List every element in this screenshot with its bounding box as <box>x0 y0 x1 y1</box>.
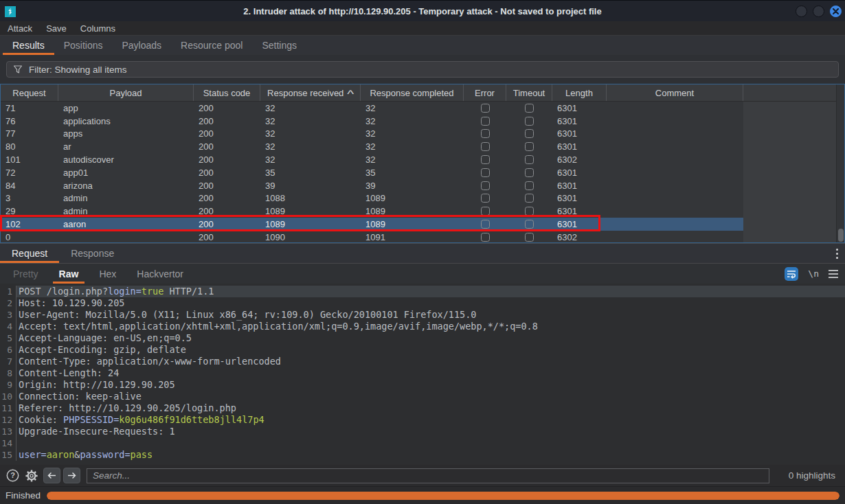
cell-comment <box>607 102 743 115</box>
cell-timeout <box>506 166 552 179</box>
column-header-comment[interactable]: Comment <box>607 84 743 101</box>
error-checkbox[interactable] <box>481 194 490 203</box>
error-checkbox[interactable] <box>481 220 490 229</box>
table-row-request-71[interactable]: 71app20032326301 <box>1 102 836 115</box>
help-icon[interactable]: ? <box>6 469 19 482</box>
column-header-length[interactable]: Length <box>552 84 607 101</box>
editor-hamburger-menu[interactable] <box>829 270 838 278</box>
cell-payload: admin <box>58 205 194 218</box>
timeout-checkbox[interactable] <box>525 233 534 242</box>
cell-error <box>464 166 506 179</box>
code-segment: HTTP/1.1 <box>164 286 214 297</box>
menu-attack[interactable]: Attack <box>8 23 32 34</box>
minimize-button[interactable] <box>796 5 807 17</box>
line-number: 12 <box>0 414 16 426</box>
arrow-left-icon <box>47 472 56 479</box>
column-header-request[interactable]: Request <box>1 84 58 101</box>
cell-payload: arizona <box>58 179 194 192</box>
subtab-hex[interactable]: Hex <box>89 264 126 284</box>
timeout-checkbox[interactable] <box>525 129 534 138</box>
line-content: POST /login.php?login=true HTTP/1.1 <box>16 286 214 297</box>
maximize-button[interactable] <box>813 5 824 17</box>
table-row-request-29[interactable]: 29admin200108910896301 <box>1 205 836 218</box>
code-segment: Content-Type: application/x-www-form-url… <box>19 356 281 367</box>
column-header-response-completed[interactable]: Response completed <box>361 84 464 101</box>
table-row-request-80[interactable]: 80ar20032326301 <box>1 140 836 153</box>
column-header-response-received[interactable]: Response received^ <box>260 84 361 101</box>
results-table-header: RequestPayloadStatus codeResponse receiv… <box>1 84 836 102</box>
menu-save[interactable]: Save <box>46 23 67 34</box>
editor-menu-button[interactable] <box>836 244 838 263</box>
cell-timeout <box>506 192 552 205</box>
timeout-checkbox[interactable] <box>525 194 534 203</box>
error-checkbox[interactable] <box>481 104 490 113</box>
show-newlines-toggle[interactable]: \n <box>808 268 819 279</box>
tab-request[interactable]: Request <box>0 244 59 263</box>
table-row-request-0[interactable]: 0200109010916302 <box>1 231 836 242</box>
cell-comment <box>607 153 743 166</box>
tab-resource-pool[interactable]: Resource pool <box>171 36 252 55</box>
code-segment: = <box>41 449 47 460</box>
column-header-error[interactable]: Error <box>464 84 506 101</box>
timeout-checkbox[interactable] <box>525 207 534 216</box>
subtab-hackvertor[interactable]: Hackvertor <box>126 264 194 284</box>
column-header-status-code[interactable]: Status code <box>194 84 260 101</box>
timeout-checkbox[interactable] <box>525 142 534 151</box>
tab-settings[interactable]: Settings <box>252 36 306 55</box>
window-controls <box>796 5 842 17</box>
error-checkbox[interactable] <box>481 207 490 216</box>
error-checkbox[interactable] <box>481 168 490 177</box>
cell-status-code: 200 <box>194 102 260 115</box>
close-button[interactable] <box>830 5 842 17</box>
column-header-timeout[interactable]: Timeout <box>506 84 552 101</box>
settings-gear-icon[interactable] <box>24 468 38 483</box>
filter-bar[interactable]: Filter: Showing all items <box>6 61 839 78</box>
error-checkbox[interactable] <box>481 142 490 151</box>
timeout-checkbox[interactable] <box>525 181 534 190</box>
error-checkbox[interactable] <box>481 233 490 242</box>
line-number: 8 <box>0 367 16 379</box>
menu-columns[interactable]: Columns <box>80 23 115 34</box>
table-row-request-76[interactable]: 76applications20032326301 <box>1 115 836 128</box>
cell-response-received: 1089 <box>260 218 361 231</box>
cell-comment <box>607 192 743 205</box>
tab-results[interactable]: Results <box>3 36 54 55</box>
table-row-request-77[interactable]: 77apps20032326301 <box>1 128 836 141</box>
column-header-payload[interactable]: Payload <box>58 84 194 101</box>
error-checkbox[interactable] <box>481 181 490 190</box>
table-scrollbar[interactable] <box>836 84 844 242</box>
timeout-checkbox[interactable] <box>525 220 534 229</box>
timeout-checkbox[interactable] <box>525 168 534 177</box>
error-checkbox[interactable] <box>481 117 490 126</box>
table-row-request-101[interactable]: 101autodiscover20032326302 <box>1 153 836 166</box>
search-input[interactable] <box>87 468 769 483</box>
subtab-pretty[interactable]: Pretty <box>3 264 49 284</box>
table-scrollbar-thumb[interactable] <box>838 229 844 242</box>
next-match-button[interactable] <box>63 468 80 483</box>
results-table-body: 71app2003232630176applications2003232630… <box>1 102 836 242</box>
table-row-request-84[interactable]: 84arizona20039396301 <box>1 179 836 192</box>
editor-line-4: 4Accept: text/html,application/xhtml+xml… <box>0 321 845 332</box>
tab-payloads[interactable]: Payloads <box>113 36 172 55</box>
table-row-request-102[interactable]: 102aaron200108910896301 <box>1 218 836 231</box>
cell-payload <box>58 231 194 242</box>
code-segment: Referer: http://10.129.90.205/login.php <box>19 402 236 413</box>
subtab-raw[interactable]: Raw <box>49 264 89 284</box>
table-row-request-72[interactable]: 72app0120035356301 <box>1 166 836 179</box>
error-checkbox[interactable] <box>481 129 490 138</box>
timeout-checkbox[interactable] <box>525 104 534 113</box>
tab-response[interactable]: Response <box>59 244 126 263</box>
cell-response-completed: 32 <box>361 102 464 115</box>
request-editor[interactable]: 1POST /login.php?login=true HTTP/1.12Hos… <box>0 284 845 465</box>
timeout-checkbox[interactable] <box>525 155 534 164</box>
timeout-checkbox[interactable] <box>525 117 534 126</box>
code-segment: Accept-Language: en-US,en;q=0.5 <box>19 332 192 343</box>
tab-positions[interactable]: Positions <box>54 36 113 55</box>
word-wrap-toggle[interactable] <box>785 267 798 281</box>
line-number: 14 <box>0 437 16 449</box>
cell-error <box>464 102 506 115</box>
previous-match-button[interactable] <box>43 468 60 483</box>
error-checkbox[interactable] <box>481 155 490 164</box>
table-row-request-3[interactable]: 3admin200108810896301 <box>1 192 836 205</box>
message-tabs: RequestResponse <box>0 243 845 264</box>
